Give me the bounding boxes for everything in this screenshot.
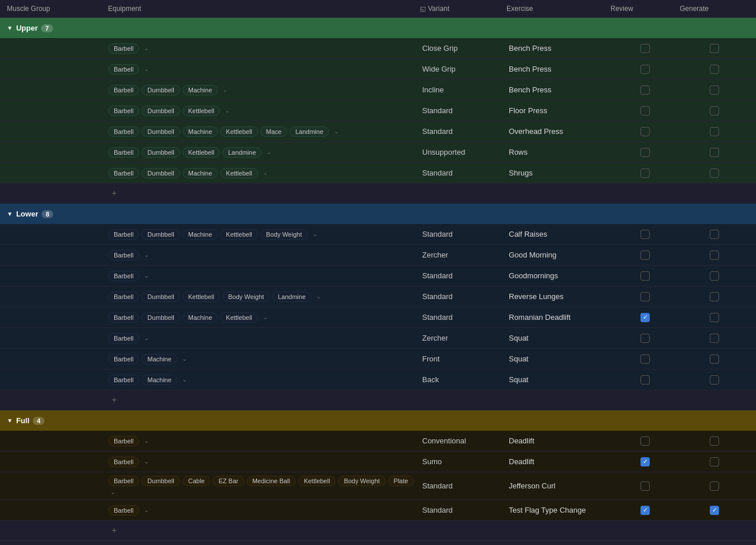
equipment-tag[interactable]: Machine [183, 126, 218, 137]
equipment-dropdown-arrow[interactable]: ⌄ [260, 169, 270, 177]
equipment-tag[interactable]: Machine [183, 85, 218, 95]
review-checkbox[interactable] [640, 292, 650, 301]
equipment-tag[interactable]: Body Weight [222, 292, 270, 302]
equipment-dropdown-arrow[interactable]: ⌄ [141, 44, 151, 52]
equipment-tag[interactable]: Kettlebell [220, 312, 258, 323]
review-checkbox[interactable] [640, 44, 650, 53]
review-checkbox[interactable] [640, 251, 650, 260]
equipment-tag[interactable]: Barbell [108, 64, 139, 74]
equipment-tag[interactable]: Mace [260, 126, 288, 137]
equipment-dropdown-arrow[interactable]: ⌄ [264, 148, 274, 156]
generate-checkbox[interactable] [710, 375, 719, 385]
equipment-tag[interactable]: Barbell [108, 457, 139, 467]
equipment-dropdown-arrow[interactable]: ⌄ [108, 488, 118, 496]
generate-checkbox[interactable] [710, 292, 719, 301]
equipment-tag[interactable]: Barbell [108, 476, 139, 486]
generate-checkbox[interactable] [710, 457, 719, 466]
equipment-tag[interactable]: Dumbbell [141, 476, 180, 486]
equipment-tag[interactable]: Dumbbell [141, 168, 180, 178]
equipment-tag[interactable]: Barbell [108, 505, 139, 516]
review-checkbox[interactable] [640, 481, 650, 491]
generate-checkbox[interactable] [710, 436, 719, 446]
review-checkbox[interactable] [640, 85, 650, 95]
equipment-tag[interactable]: Kettlebell [220, 229, 258, 240]
equipment-dropdown-arrow[interactable]: ⌄ [222, 107, 232, 114]
generate-checkbox[interactable] [710, 481, 719, 491]
equipment-dropdown-arrow[interactable]: ⌄ [141, 65, 151, 73]
equipment-tag[interactable]: Dumbbell [141, 229, 180, 240]
review-checkbox[interactable] [640, 313, 650, 322]
equipment-tag[interactable]: Barbell [108, 354, 139, 364]
equipment-tag[interactable]: Machine [141, 375, 177, 385]
review-checkbox[interactable] [640, 169, 650, 178]
generate-checkbox[interactable] [710, 251, 719, 260]
add-exercise-button-upper[interactable]: + [108, 187, 420, 200]
collapse-triangle-full[interactable]: ▼ [7, 417, 13, 424]
generate-checkbox[interactable] [710, 169, 719, 178]
collapse-triangle-lower[interactable]: ▼ [7, 211, 13, 217]
equipment-tag[interactable]: Barbell [108, 333, 139, 344]
add-exercise-button-full[interactable]: + [108, 524, 420, 537]
equipment-tag[interactable]: Machine [183, 312, 218, 323]
review-checkbox[interactable] [640, 230, 650, 239]
review-checkbox[interactable] [640, 375, 650, 385]
equipment-tag[interactable]: Dumbbell [141, 106, 180, 116]
generate-checkbox[interactable] [710, 148, 719, 157]
equipment-tag[interactable]: Dumbbell [141, 292, 180, 302]
equipment-tag[interactable]: Barbell [108, 292, 139, 302]
add-exercise-button-lower[interactable]: + [108, 394, 420, 406]
equipment-tag[interactable]: Barbell [108, 312, 139, 323]
equipment-tag[interactable]: Body Weight [260, 229, 308, 240]
equipment-tag[interactable]: Barbell [108, 147, 139, 158]
equipment-dropdown-arrow[interactable]: ⌄ [314, 293, 323, 300]
equipment-tag[interactable]: Medicine Ball [247, 476, 296, 486]
equipment-tag[interactable]: Landmine [272, 292, 311, 302]
equipment-tag[interactable]: Kettlebell [298, 476, 336, 486]
equipment-tag[interactable]: Kettlebell [220, 168, 258, 178]
equipment-tag[interactable]: Dumbbell [141, 85, 180, 95]
generate-checkbox[interactable] [710, 271, 719, 281]
collapse-triangle-upper[interactable]: ▼ [7, 25, 13, 31]
review-checkbox[interactable] [640, 334, 650, 343]
review-checkbox[interactable] [640, 65, 650, 74]
equipment-dropdown-arrow[interactable]: ⌄ [141, 458, 151, 465]
equipment-tag[interactable]: Cable [183, 476, 211, 486]
equipment-dropdown-arrow[interactable]: ⌄ [141, 437, 151, 445]
generate-checkbox[interactable] [710, 65, 719, 74]
review-checkbox[interactable] [640, 271, 650, 281]
equipment-tag[interactable]: Landmine [222, 147, 262, 158]
equipment-tag[interactable]: Kettlebell [183, 106, 220, 116]
equipment-tag[interactable]: Barbell [108, 85, 139, 95]
equipment-tag[interactable]: Machine [183, 229, 218, 240]
equipment-dropdown-arrow[interactable]: ⌄ [141, 334, 151, 342]
equipment-tag[interactable]: Barbell [108, 271, 139, 281]
equipment-dropdown-arrow[interactable]: ⌄ [141, 272, 151, 279]
generate-checkbox[interactable] [710, 334, 719, 343]
equipment-dropdown-arrow[interactable]: ⌄ [332, 128, 341, 135]
generate-checkbox[interactable] [710, 506, 719, 515]
generate-checkbox[interactable] [710, 85, 719, 95]
equipment-tag[interactable]: Kettlebell [183, 292, 220, 302]
equipment-tag[interactable]: Dumbbell [141, 126, 180, 137]
review-checkbox[interactable] [640, 436, 650, 446]
equipment-tag[interactable]: Machine [141, 354, 177, 364]
equipment-tag[interactable]: Barbell [108, 168, 139, 178]
generate-checkbox[interactable] [710, 354, 719, 364]
equipment-tag[interactable]: Dumbbell [141, 312, 180, 323]
equipment-dropdown-arrow[interactable]: ⌄ [220, 86, 230, 94]
review-checkbox[interactable] [640, 457, 650, 466]
generate-checkbox[interactable] [710, 44, 719, 53]
generate-checkbox[interactable] [710, 313, 719, 322]
equipment-dropdown-arrow[interactable]: ⌄ [141, 506, 151, 514]
equipment-tag[interactable]: Barbell [108, 43, 139, 54]
equipment-tag[interactable]: Machine [183, 168, 218, 178]
equipment-tag[interactable]: Barbell [108, 436, 139, 446]
equipment-tag[interactable]: Barbell [108, 229, 139, 240]
equipment-tag[interactable]: EZ Bar [213, 476, 244, 486]
equipment-tag[interactable]: Kettlebell [183, 147, 220, 158]
review-checkbox[interactable] [640, 127, 650, 136]
review-checkbox[interactable] [640, 354, 650, 364]
equipment-dropdown-arrow[interactable]: ⌄ [180, 376, 189, 383]
equipment-tag[interactable]: Kettlebell [220, 126, 258, 137]
equipment-tag[interactable]: Barbell [108, 375, 139, 385]
